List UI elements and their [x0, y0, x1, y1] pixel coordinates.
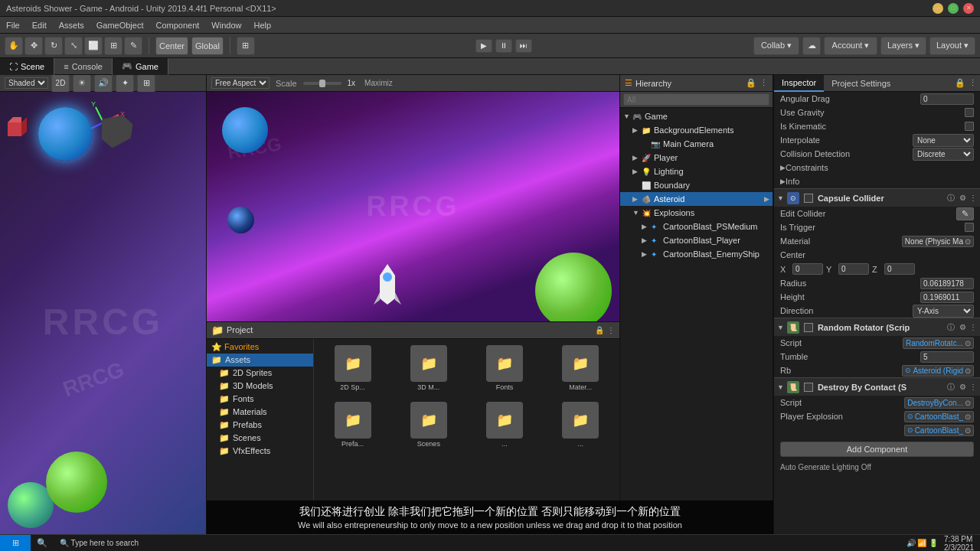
destroy-by-contact-header[interactable]: ▼ 📜 Destroy By Contact (S ⓘ ⚙ ⋮	[774, 377, 980, 396]
snap-button[interactable]: ⊞	[237, 37, 255, 55]
lighting-toggle[interactable]: ☀	[73, 75, 91, 93]
hierarchy-search-input[interactable]	[623, 93, 769, 106]
capsule-collider-header[interactable]: ▼ ⊙ Capsule Collider ⓘ ⚙ ⋮	[774, 188, 980, 207]
center-x[interactable]	[792, 263, 823, 275]
tree-asteroid[interactable]: ▶ 🪨 Asteroid ▶	[620, 192, 773, 206]
inspector-lock[interactable]: 🔒	[955, 78, 965, 88]
rect-tool[interactable]: ⬜	[84, 37, 103, 55]
close-button[interactable]: ✕	[963, 3, 974, 14]
asset-3dmodels[interactable]: 📁 3D M...	[393, 342, 464, 394]
search-text[interactable]: 🔍 Type here to search	[54, 539, 145, 547]
tree-game[interactable]: ▼ 🎮 Game	[620, 109, 773, 123]
select-direction[interactable]: Y-Axis	[913, 305, 974, 318]
tree-backgroundelements[interactable]: ▶ 📁 BackgroundElements	[620, 123, 773, 137]
checkbox-dbc[interactable]	[804, 383, 813, 392]
tree-player[interactable]: ▶ 🚀 Player	[620, 151, 773, 165]
asset-fonts[interactable]: 📁 Fonts	[469, 342, 541, 394]
ee-pick[interactable]: ⊙	[965, 426, 971, 435]
select-interpolate[interactable]: None	[913, 134, 974, 147]
input-radius[interactable]	[920, 278, 974, 289]
rb-value[interactable]: ⊙ Asteroid (Rigid ⊙	[902, 365, 974, 377]
rotate-tool[interactable]: ↻	[44, 37, 63, 55]
transform-all-tool[interactable]: ⊞	[104, 37, 122, 55]
capsule-more[interactable]: ⋮	[969, 194, 977, 202]
checkbox-is-trigger[interactable]	[965, 223, 974, 232]
rb-pick[interactable]: ⊙	[965, 367, 971, 375]
collab-button[interactable]: Collab ▾	[753, 37, 799, 55]
asset-2dsprites[interactable]: 📁 2D Sp...	[317, 342, 388, 394]
input-height[interactable]	[920, 292, 974, 303]
menu-file[interactable]: File	[6, 21, 20, 30]
scene-view[interactable]: RRCG X Y Z	[0, 92, 206, 551]
checkbox-is-kinematic[interactable]	[965, 122, 974, 131]
tree-boundary[interactable]: ⬜ Boundary	[620, 178, 773, 192]
tree-cartoonblast-ps[interactable]: ▶ ✦ CartoonBlast_PSMedium	[620, 220, 773, 233]
account-button[interactable]: Account ▾	[824, 37, 877, 55]
shading-select[interactable]: Shaded	[5, 77, 48, 89]
script-value[interactable]: RandomRotatc... ⊙	[903, 337, 974, 349]
minimize-button[interactable]: ─	[933, 3, 943, 14]
folder-assets[interactable]: 📁 Assets	[207, 354, 313, 367]
maximize-button[interactable]: □	[948, 3, 959, 14]
tab-console[interactable]: ≡ Console	[54, 58, 113, 75]
game-view[interactable]: RRCG RRCG	[207, 92, 619, 321]
menu-assets[interactable]: Assets	[59, 21, 84, 30]
menu-window[interactable]: Window	[211, 21, 241, 30]
folder-scenes[interactable]: 📁 Scenes	[207, 432, 313, 445]
folder-2dsprites[interactable]: 📁 2D Sprites	[207, 367, 313, 380]
add-component-button[interactable]: Add Component	[780, 442, 974, 457]
tree-cartoonblast-enemy[interactable]: ▶ ✦ CartoonBlast_EnemyShip	[620, 247, 773, 261]
gizmos-toggle[interactable]: ⊞	[137, 75, 155, 93]
random-rotator-header[interactable]: ▼ 📜 Random Rotator (Scrip ⓘ ⚙ ⋮	[774, 318, 980, 336]
script-pick[interactable]: ⊙	[965, 339, 971, 347]
more-options[interactable]: ⋮	[607, 326, 615, 334]
dbc-more[interactable]: ⋮	[969, 383, 977, 391]
checkbox-use-gravity[interactable]	[965, 108, 974, 117]
dbc-script-pick[interactable]: ⊙	[965, 399, 971, 407]
fx-toggle[interactable]: ✦	[116, 75, 134, 93]
menu-gameobject[interactable]: GameObject	[96, 21, 144, 30]
tree-maincamera[interactable]: 📷 Main Camera	[620, 137, 773, 151]
global-button[interactable]: Global	[191, 37, 224, 55]
enemy-explosion-value[interactable]: ⊙ CartoonBlast_ ⊙	[904, 425, 974, 436]
material-pick[interactable]: ⊙	[965, 237, 971, 246]
search-button[interactable]: 🔍	[31, 535, 54, 552]
folder-prefabs[interactable]: 📁 Prefabs	[207, 419, 313, 432]
input-angular-drag[interactable]	[920, 93, 974, 105]
dbc-script-value[interactable]: DestroyByCon... ⊙	[904, 397, 974, 409]
asset-extra2[interactable]: 📁 ...	[545, 399, 616, 451]
asset-prefabs[interactable]: 📁 Prefa...	[317, 399, 388, 451]
checkbox-capsule[interactable]	[804, 194, 813, 203]
custom-tool[interactable]: ✎	[124, 37, 142, 55]
rr-settings[interactable]: ⚙	[959, 323, 966, 331]
tree-explosions[interactable]: ▼ 💥 Explosions	[620, 206, 773, 220]
center-button[interactable]: Center	[155, 37, 188, 55]
play-button[interactable]: ▶	[475, 39, 492, 53]
capsule-settings-icon[interactable]: ⚙	[959, 194, 966, 202]
tab-scene[interactable]: ⛶ Scene	[0, 58, 54, 75]
hand-tool[interactable]: ✋	[5, 37, 23, 55]
center-y[interactable]	[838, 263, 869, 275]
tab-inspector[interactable]: Inspector	[774, 75, 824, 92]
layout-button[interactable]: Layout ▾	[929, 37, 975, 55]
menu-help[interactable]: Help	[253, 21, 271, 30]
folder-vfxeffects[interactable]: 📁 VfxEffects	[207, 445, 313, 458]
material-value[interactable]: None (Physic Ma ⊙	[902, 236, 974, 247]
asset-materials[interactable]: 📁 Mater...	[545, 342, 616, 394]
label-info[interactable]: Info	[786, 177, 974, 186]
tree-cartoonblast-player[interactable]: ▶ ✦ CartoonBlast_Player	[620, 233, 773, 247]
rr-more[interactable]: ⋮	[969, 323, 977, 331]
folder-fonts[interactable]: 📁 Fonts	[207, 393, 313, 406]
dbc-settings[interactable]: ⚙	[959, 383, 966, 391]
folder-materials[interactable]: 📁 Materials	[207, 406, 313, 419]
start-button[interactable]: ⊞	[0, 535, 31, 552]
label-constraints[interactable]: Constraints	[786, 163, 974, 172]
asset-extra1[interactable]: 📁 ...	[469, 399, 541, 451]
menu-edit[interactable]: Edit	[32, 21, 47, 30]
audio-toggle[interactable]: 🔊	[94, 75, 113, 93]
menu-component[interactable]: Component	[155, 21, 199, 30]
player-explosion-value[interactable]: ⊙ CartoonBlast_ ⊙	[904, 411, 974, 422]
btn-edit-collider[interactable]: ✎	[956, 207, 974, 220]
2d-toggle[interactable]: 2D	[51, 75, 70, 93]
layers-button[interactable]: Layers ▾	[880, 37, 926, 55]
